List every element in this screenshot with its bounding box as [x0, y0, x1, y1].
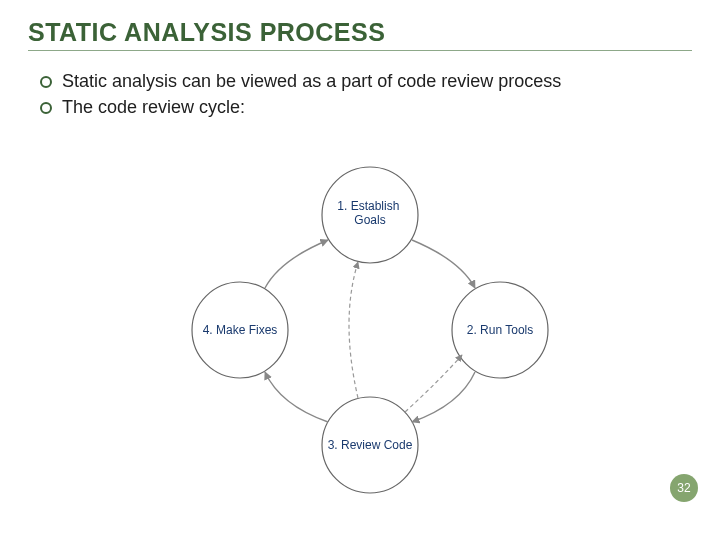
page-number-badge: 32: [670, 474, 698, 502]
cycle-diagram: 1. Establish Goals 2. Run Tools 3. Revie…: [180, 160, 560, 500]
slide: STATIC ANALYSIS PROCESS Static analysis …: [0, 0, 720, 540]
arrow-3-2-dashed: [405, 355, 462, 412]
slide-title: STATIC ANALYSIS PROCESS: [28, 18, 692, 51]
bullet-item: The code review cycle:: [40, 95, 692, 119]
node-label: 4. Make Fixes: [203, 323, 278, 337]
arrow-1-2: [412, 240, 475, 288]
node-label: 3. Review Code: [328, 438, 413, 452]
arrow-3-4: [265, 372, 328, 422]
arrow-3-1-dashed: [349, 262, 358, 398]
cycle-diagram-svg: 1. Establish Goals 2. Run Tools 3. Revie…: [180, 160, 560, 500]
bullet-list: Static analysis can be viewed as a part …: [28, 69, 692, 120]
arrow-4-1: [265, 240, 328, 288]
bullet-item: Static analysis can be viewed as a part …: [40, 69, 692, 93]
node-label: 2. Run Tools: [467, 323, 534, 337]
